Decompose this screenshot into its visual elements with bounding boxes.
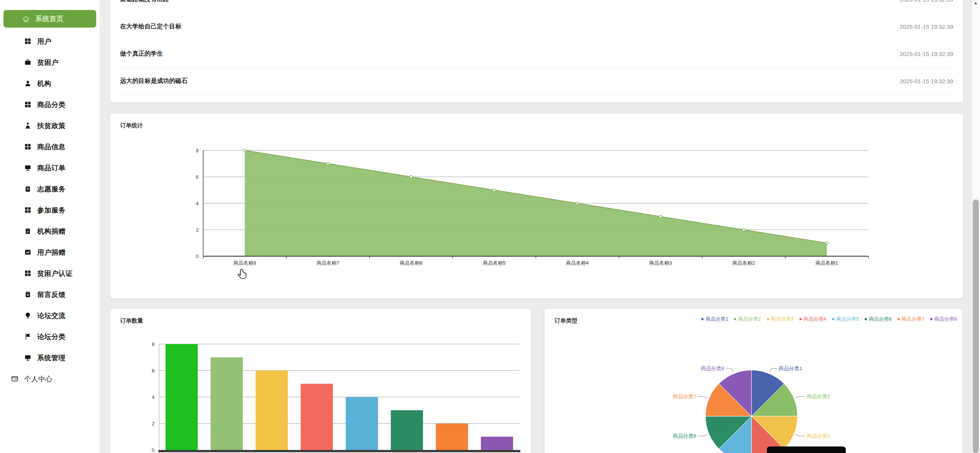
svg-text:0: 0	[152, 447, 155, 453]
order-quantity-bar-chart[interactable]: 02468	[110, 309, 531, 453]
sidebar-item-personal-center[interactable]: 个人中心	[0, 368, 100, 389]
sidebar-item-label: 系统管理	[37, 353, 66, 362]
sidebar-item-poor-certification[interactable]: 贫困户认证	[0, 263, 100, 284]
sidebar-item-home[interactable]: 系统首页	[3, 10, 96, 28]
clipboard-x-icon	[24, 291, 31, 298]
svg-text:4: 4	[152, 394, 155, 400]
display-icon	[24, 164, 31, 172]
order-stats-area-chart[interactable]: 02468商品名称8商品名称7商品名称6商品名称5商品名称4商品名称3商品名称2…	[110, 114, 963, 298]
message-row[interactable]: 留退路就没有出路2025-01-15 19:32:39	[120, 0, 953, 13]
svg-text:商品名称2: 商品名称2	[732, 260, 755, 266]
sidebar-item-users[interactable]: 用户	[0, 31, 100, 52]
svg-text:商品名称1: 商品名称1	[816, 260, 838, 266]
svg-text:8: 8	[152, 341, 155, 347]
order-type-card: 订单类型 商品分类1商品分类2商品分类3商品分类4商品分类5商品分类6商品分类7…	[544, 309, 962, 453]
grid-icon	[24, 270, 31, 277]
sidebar-item-volunteer-service[interactable]: 志愿服务	[0, 178, 100, 199]
message-title: 在大学给自己定个目标	[120, 23, 181, 31]
sidebar-item-label: 商品订单	[37, 163, 66, 173]
message-title: 远大的目标是成功的磁石	[120, 77, 187, 85]
sidebar-item-label: 用户捐赠	[37, 248, 66, 257]
sidebar-item-label: 机构捐赠	[37, 227, 66, 236]
sidebar-item-forum[interactable]: 论坛交流	[0, 305, 100, 326]
sidebar-item-label: 志愿服务	[37, 184, 66, 194]
sidebar-item-join-service[interactable]: 参加服务	[0, 199, 100, 221]
svg-text:商品名称7: 商品名称7	[317, 260, 339, 266]
svg-text:商品分类3: 商品分类3	[807, 433, 830, 439]
svg-text:6: 6	[152, 368, 155, 374]
svg-text:商品分类6: 商品分类6	[673, 433, 697, 439]
sidebar-item-label: 贫困户	[37, 58, 59, 67]
sidebar-item-poverty-policy[interactable]: 扶贫政策	[0, 115, 100, 136]
lightbulb-icon	[24, 312, 31, 320]
message-row[interactable]: 远大的目标是成功的磁石2025-01-15 19:32:39	[120, 68, 953, 95]
grid-icon	[24, 143, 31, 151]
idcard-icon	[11, 375, 18, 383]
home-icon	[22, 15, 30, 23]
person-icon	[24, 80, 31, 87]
sidebar-item-feedback[interactable]: 留言反馈	[0, 284, 100, 305]
sidebar: 系统首页用户贫困户机构商品分类扶贫政策商品信息商品订单志愿服务参加服务机构捐赠用…	[0, 0, 100, 453]
sidebar-item-institution[interactable]: 机构	[0, 73, 100, 94]
order-stats-card: 订单统计 02468商品名称8商品名称7商品名称6商品名称5商品名称4商品名称3…	[110, 114, 963, 298]
sidebar-item-label: 商品信息	[37, 142, 66, 152]
svg-text:商品分类1: 商品分类1	[779, 366, 802, 371]
grid-icon	[24, 38, 31, 45]
svg-text:商品名称8: 商品名称8	[233, 260, 256, 266]
svg-text:8: 8	[196, 148, 199, 153]
sidebar-item-label: 系统首页	[35, 14, 64, 23]
svg-text:0: 0	[196, 254, 199, 259]
clipboard-icon	[24, 185, 31, 193]
sidebar-item-institution-donation[interactable]: 机构捐赠	[0, 221, 100, 242]
flag-icon	[24, 333, 31, 341]
svg-text:商品名称3: 商品名称3	[649, 260, 672, 266]
svg-text:4: 4	[196, 201, 199, 206]
sidebar-item-product-order[interactable]: 商品订单	[0, 157, 100, 178]
sidebar-item-label: 参加服务	[37, 206, 66, 215]
sidebar-item-system-management[interactable]: 系统管理	[0, 347, 100, 368]
order-type-pie-chart[interactable]: 商品分类1商品分类2商品分类3商品分类4商品分类5商品分类6商品分类7商品分类8	[544, 309, 962, 453]
sidebar-item-label: 贫困户认证	[37, 269, 73, 278]
sidebar-item-label: 用户	[37, 37, 51, 46]
person-lectern-icon	[24, 122, 31, 130]
order-quantity-card: 订单数量 02468	[110, 309, 531, 453]
message-title: 留退路就没有出路	[120, 0, 169, 3]
message-row[interactable]: 做个真正的学生2025-01-15 19:32:39	[120, 40, 953, 68]
sidebar-item-label: 论坛交流	[37, 311, 66, 320]
page-scrollbar-thumb[interactable]	[973, 199, 979, 453]
message-timestamp: 2025-01-15 19:32:39	[900, 51, 953, 57]
message-title: 做个真正的学生	[120, 50, 163, 58]
message-row[interactable]: 在大学给自己定个目标2025-01-15 19:32:39	[120, 13, 953, 40]
grid-icon	[24, 101, 31, 109]
message-timestamp: 2025-01-15 19:32:39	[900, 0, 953, 3]
svg-text:2: 2	[196, 227, 199, 233]
chart-tooltip	[767, 446, 846, 453]
sidebar-item-label: 机构	[37, 79, 51, 88]
svg-text:商品分类2: 商品分类2	[807, 394, 830, 399]
sidebar-item-label: 个人中心	[24, 374, 53, 384]
message-timestamp: 2025-01-15 19:32:39	[900, 23, 953, 30]
sidebar-item-product-info[interactable]: 商品信息	[0, 136, 100, 157]
sidebar-item-label: 留言反馈	[37, 290, 66, 299]
message-timestamp: 2025-01-15 19:32:39	[900, 78, 953, 84]
grid-icon	[24, 206, 31, 214]
svg-text:商品分类8: 商品分类8	[701, 366, 725, 371]
sidebar-item-poor-household[interactable]: 贫困户	[0, 52, 100, 73]
scrollbar-up-arrow-icon[interactable]: ▲	[972, 1, 980, 5]
sidebar-item-label: 商品分类	[37, 100, 66, 109]
message-rows: 留退路就没有出路2025-01-15 19:32:39在大学给自己定个目标202…	[110, 0, 963, 95]
dashboard-screen: 系统首页用户贫困户机构商品分类扶贫政策商品信息商品订单志愿服务参加服务机构捐赠用…	[0, 0, 980, 453]
sidebar-item-user-donation[interactable]: 用户捐赠	[0, 242, 100, 263]
svg-text:商品名称6: 商品名称6	[400, 260, 423, 266]
svg-text:商品名称5: 商品名称5	[483, 260, 505, 266]
svg-text:商品名称4: 商品名称4	[566, 260, 589, 266]
svg-text:2: 2	[152, 421, 155, 427]
svg-text:6: 6	[196, 174, 199, 180]
sidebar-item-product-category[interactable]: 商品分类	[0, 94, 100, 115]
clipboard-check-icon	[24, 227, 31, 235]
display-icon	[24, 354, 31, 362]
sidebar-item-forum-category[interactable]: 论坛分类	[0, 326, 100, 347]
message-list-card: 留退路就没有出路2025-01-15 19:32:39在大学给自己定个目标202…	[110, 0, 963, 102]
chart-line-icon	[24, 249, 31, 256]
sidebar-item-label: 扶贫政策	[37, 121, 66, 130]
